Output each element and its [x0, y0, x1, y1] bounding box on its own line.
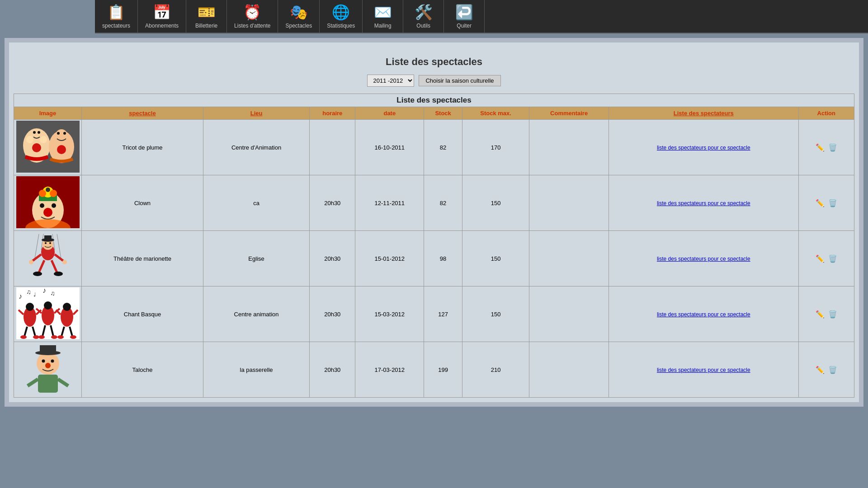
delete-icon-4[interactable]: 🗑️	[828, 310, 837, 318]
edit-icon-1[interactable]: ✏️	[816, 144, 825, 151]
billetterie-label: Billetterie	[195, 23, 217, 29]
svg-point-70	[57, 335, 64, 339]
svg-text:♪: ♪	[19, 292, 22, 300]
svg-point-8	[38, 131, 40, 134]
col-stock: Stock	[424, 107, 462, 120]
col-date: date	[355, 107, 424, 120]
svg-point-21	[39, 190, 46, 197]
spectateurs-icon: 📋	[107, 4, 125, 21]
row-commentaire-3	[529, 231, 609, 286]
row-lieu-4: Centre animation	[203, 286, 310, 342]
quiter-label: Quiter	[457, 23, 472, 29]
svg-point-18	[52, 203, 56, 208]
listes-attente-icon: ⏰	[243, 4, 261, 21]
nav-item-mailing[interactable]: ✉️ Mailing	[363, 0, 403, 33]
page-title: Liste des spectacles	[14, 47, 854, 75]
svg-rect-80	[40, 345, 56, 354]
row-lieu-2: ca	[203, 175, 310, 231]
row-spectacle-5: Taloche	[82, 342, 203, 398]
col-liste-spectateurs[interactable]: Liste des spectateurs	[609, 107, 799, 120]
edit-icon-2[interactable]: ✏️	[816, 199, 825, 207]
row-image-cell-4: ♪ ♫ ♩ ♪ ♫	[14, 286, 82, 342]
liste-link-5[interactable]: liste des spectateurs pour ce spectacle	[657, 367, 750, 373]
nav-item-outils[interactable]: 🛠️ Outils	[403, 0, 444, 33]
nav-item-billetterie[interactable]: 🎫 Billetterie	[186, 0, 227, 33]
svg-point-33	[49, 242, 51, 244]
spectacles-label: Spectacles	[285, 23, 312, 29]
svg-point-55	[33, 335, 39, 339]
liste-link-4[interactable]: liste des spectateurs pour ce spectacle	[657, 311, 750, 318]
svg-point-59	[44, 301, 52, 310]
row-liste-4[interactable]: liste des spectateurs pour ce spectacle	[609, 286, 799, 342]
row-commentaire-2	[529, 175, 609, 231]
table-title: Liste des spectacles	[14, 94, 854, 107]
edit-icon-5[interactable]: ✏️	[816, 366, 825, 374]
svg-text:♪: ♪	[42, 287, 46, 294]
edit-icon-3[interactable]: ✏️	[816, 255, 825, 263]
col-action: Action	[798, 107, 854, 120]
svg-point-2	[32, 143, 41, 152]
svg-point-78	[45, 363, 51, 368]
row-action-2: ✏️ 🗑️	[798, 175, 854, 231]
inner-content: Liste des spectacles 2011 -20122012 -201…	[9, 42, 859, 402]
delete-icon-3[interactable]: 🗑️	[828, 255, 837, 263]
delete-icon-5[interactable]: 🗑️	[828, 366, 837, 374]
row-liste-5[interactable]: liste des spectateurs pour ce spectacle	[609, 342, 799, 398]
svg-point-7	[33, 131, 36, 134]
row-date-1: 16-10-2011	[355, 120, 424, 175]
edit-icon-4[interactable]: ✏️	[816, 310, 825, 318]
row-lieu-1: Centre d'Animation	[203, 120, 310, 175]
mailing-icon: ✉️	[374, 4, 392, 21]
row-horaire-1	[310, 120, 355, 175]
nav-item-listes-attente[interactable]: ⏰ Listes d'attente	[227, 0, 278, 33]
row-horaire-3: 20h30	[310, 231, 355, 286]
row-liste-2[interactable]: liste des spectateurs pour ce spectacle	[609, 175, 799, 231]
col-lieu[interactable]: Lieu	[203, 107, 310, 120]
outils-icon: 🛠️	[415, 4, 433, 21]
delete-icon-2[interactable]: 🗑️	[828, 199, 837, 207]
svg-point-10	[57, 145, 66, 154]
table-row: Taloche la passerelle 20h30 17-03-2012 1…	[14, 342, 854, 398]
spectacles-icon: 🎭	[290, 4, 308, 21]
quiter-icon: ↩️	[455, 4, 473, 21]
delete-icon-1[interactable]: 🗑️	[828, 144, 837, 151]
svg-point-62	[38, 335, 45, 339]
svg-point-39	[62, 260, 67, 264]
liste-link-3[interactable]: liste des spectateurs pour ce spectacle	[657, 256, 750, 262]
row-horaire-4: 20h30	[310, 286, 355, 342]
liste-link-1[interactable]: liste des spectateurs pour ce spectacle	[657, 145, 750, 151]
row-stock-5: 199	[424, 342, 462, 398]
row-stock-1: 82	[424, 120, 462, 175]
table-row: Théâtre de marionette Eglise 20h30 15-01…	[14, 231, 854, 286]
row-lieu-3: Eglise	[203, 231, 310, 286]
col-spectacle[interactable]: spectacle	[82, 107, 203, 120]
row-spectacle-3: Théâtre de marionette	[82, 231, 203, 286]
billetterie-icon: 🎫	[198, 4, 216, 21]
liste-link-2[interactable]: liste des spectateurs pour ce spectacle	[657, 200, 750, 206]
svg-point-67	[63, 303, 71, 311]
row-stock-max-1: 170	[462, 120, 529, 175]
row-stock-max-2: 150	[462, 175, 529, 231]
nav-item-spectateurs[interactable]: 📋 spectateurs	[95, 0, 138, 33]
nav-item-quiter[interactable]: ↩️ Quiter	[444, 0, 485, 33]
row-horaire-5: 20h30	[310, 342, 355, 398]
row-liste-3[interactable]: liste des spectateurs pour ce spectacle	[609, 231, 799, 286]
season-select[interactable]: 2011 -20122012 -20132013 -2014	[367, 75, 414, 87]
col-stock-max: Stock max.	[462, 107, 529, 120]
row-lieu-5: la passerelle	[203, 342, 310, 398]
nav-item-spectacles[interactable]: 🎭 Spectacles	[278, 0, 320, 33]
season-button[interactable]: Choisir la saison culturelle	[419, 75, 500, 86]
svg-point-71	[70, 335, 76, 339]
row-stock-max-3: 150	[462, 231, 529, 286]
row-liste-1[interactable]: liste des spectateurs pour ce spectacle	[609, 120, 799, 175]
row-spectacle-1: Tricot de plume	[82, 120, 203, 175]
statistiques-icon: 🌐	[332, 4, 350, 21]
svg-point-38	[29, 260, 33, 264]
nav-item-statistiques[interactable]: 🌐 Statistiques	[320, 0, 363, 33]
nav-item-abonnements[interactable]: 📅 Abonnements	[138, 0, 186, 33]
row-stock-4: 127	[424, 286, 462, 342]
row-spectacle-2: Clown	[82, 175, 203, 231]
season-selector: 2011 -20122012 -20132013 -2014 Choisir l…	[14, 75, 854, 87]
svg-point-12	[57, 132, 60, 135]
svg-rect-35	[44, 235, 52, 241]
